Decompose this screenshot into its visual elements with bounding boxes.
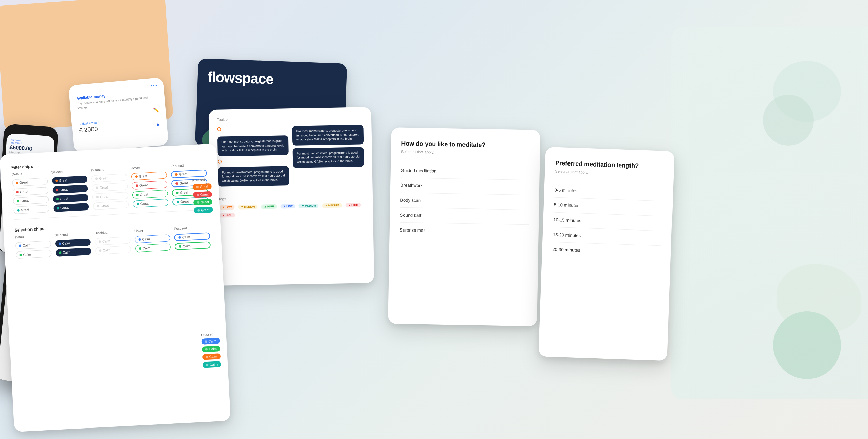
tags-label: Tags <box>218 194 365 201</box>
chip-hover-green[interactable]: Great <box>132 190 168 198</box>
sel-chip-focused[interactable]: Calm <box>174 232 210 241</box>
col-disabled: Disabled <box>91 167 127 172</box>
sel-chip-default-2[interactable]: Calm <box>16 250 52 259</box>
sel-chip-pressed-teal[interactable]: Calm <box>203 361 221 368</box>
sel-chip-disabled-2: Calm <box>95 245 131 254</box>
info-tooltip-card: Tooltip For most menstruators, progester… <box>208 107 374 286</box>
sel-col-pressed: Pressed <box>201 332 220 337</box>
option-label-0-5: 0-5 minutes <box>554 188 577 193</box>
sel-chip-focused-2[interactable]: Calm <box>175 241 211 250</box>
col-pressed: Pressed <box>192 178 211 182</box>
flowspace-title: flowspace <box>197 58 347 90</box>
chip-disabled-orange: Great <box>91 174 128 182</box>
tooltip-box-4: For most menstruators, progesterone is g… <box>293 147 364 168</box>
option-label-15-20: 15-20 minutes <box>553 232 581 238</box>
tag-low: ▼ LOW <box>219 205 234 210</box>
tags-container: ▼ LOW ▼ MEDIUM ▲ HIGH ▼ LOW ▼ MEDIUM ▼ M… <box>218 202 365 219</box>
bg-blob-2 <box>763 95 814 146</box>
chips-design-card: Filter chips Default Selected Disabled H… <box>0 144 231 432</box>
chip-hover-teal[interactable]: Great <box>132 199 169 207</box>
tag-medium-2: ▼ MEDIUM <box>299 203 319 208</box>
tooltip-text-1: For most menstruators, progesterone is g… <box>221 139 284 152</box>
sel-chip-selected[interactable]: Calm <box>55 239 91 247</box>
chip-default-teal[interactable]: Great <box>13 205 49 214</box>
sel-chip-disabled: Calm <box>95 236 131 245</box>
chip-default-red[interactable]: Great <box>12 187 48 196</box>
tooltip-box-3: For most menstruators, progesterone is g… <box>292 125 364 145</box>
option-label-body-scan: Body scan <box>400 198 421 203</box>
sel-col-hover: Hover <box>134 227 170 233</box>
tooltip-section-label: Tooltip <box>217 115 363 122</box>
chip-default-orange[interactable]: Great <box>12 178 48 186</box>
chip-selected-green[interactable]: Great <box>53 194 89 203</box>
tooltip-box-1: For most menstruators, progesterone is g… <box>217 135 289 156</box>
sel-chip-hover[interactable]: Calm <box>135 234 171 243</box>
tooltip-indicator-2 <box>218 159 222 163</box>
money-amount: £ 2000 <box>79 126 98 134</box>
sel-chip-default[interactable]: Calm <box>15 241 51 249</box>
option-label-sound-bath: Sound bath <box>400 213 422 218</box>
sel-col-default: Default <box>15 234 50 239</box>
chip-disabled-red: Great <box>92 183 128 192</box>
green-circle <box>773 311 841 379</box>
meditation-option-guided[interactable]: Guided meditation <box>400 163 530 180</box>
chip-selected-teal[interactable]: Great <box>53 203 89 212</box>
tag-medium-3: ▼ MEDIUM <box>322 203 342 208</box>
chip-focused-orange[interactable]: Great <box>171 169 207 178</box>
money-widget-card: Available money The money you have left … <box>68 77 169 153</box>
tag-high-2: ▲ HIGH <box>345 203 361 207</box>
option-label-guided: Guided meditation <box>401 168 437 174</box>
sel-col-selected: Selected <box>55 232 90 237</box>
sel-chip-pressed-orange[interactable]: Calm <box>202 353 221 360</box>
meditation-card-2: Preferred meditation length? Select all … <box>538 147 674 361</box>
sel-chip-hover-2[interactable]: Calm <box>135 243 171 252</box>
meditation-question-1: How do you like to meditate? <box>401 140 530 150</box>
chip-pressed-green[interactable]: Great <box>193 199 213 206</box>
chip-default-green[interactable]: Great <box>13 196 49 205</box>
tags-section: Tags ▼ LOW ▼ MEDIUM ▲ HIGH ▼ LOW ▼ MEDIU… <box>218 194 365 219</box>
chip-pressed-red[interactable]: Great <box>193 191 212 198</box>
option-label-10-15: 10-15 minutes <box>553 217 581 223</box>
chip-disabled-green: Great <box>92 192 129 201</box>
option-label-surprise: Surprise me! <box>400 227 425 233</box>
sel-col-disabled: Disabled <box>94 229 130 235</box>
meditation-option-breathwork[interactable]: Breathwork <box>400 178 530 195</box>
meditation-subtitle-1: Select all that apply. <box>401 150 530 156</box>
meditation-option-sound-bath[interactable]: Sound bath <box>400 208 529 225</box>
meditation-question-2: Preferred meditation length? <box>555 159 664 171</box>
chip-hover-red[interactable]: Great <box>132 181 168 190</box>
bg-right-card <box>671 27 868 399</box>
col-hover: Hover <box>131 164 167 170</box>
tag-low-2: ▼ LOW <box>280 204 295 208</box>
chip-pressed-teal[interactable]: Great <box>194 207 213 214</box>
col-focused: Focused <box>171 162 207 168</box>
chip-hover-orange[interactable]: Great <box>131 172 167 180</box>
meditation-option-surprise[interactable]: Surprise me! <box>399 223 529 240</box>
sel-chip-pressed-green[interactable]: Calm <box>202 346 220 352</box>
sel-chip-pressed-blue[interactable]: Calm <box>201 338 220 345</box>
tag-medium: ▼ MEDIUM <box>238 204 258 209</box>
chip-pressed-orange[interactable]: Great <box>192 183 212 190</box>
tooltip-text-4: For most menstruators, progesterone is g… <box>297 151 360 163</box>
col-selected: Selected <box>51 169 87 174</box>
phone-notch <box>24 130 38 133</box>
meditation-option-body-scan[interactable]: Body scan <box>400 193 529 210</box>
col-default: Default <box>12 171 47 176</box>
option-label-20-30: 20-30 minutes <box>552 247 580 253</box>
option-label-5-10: 5-10 minutes <box>554 202 580 208</box>
tooltip-text-2: For most menstruators, progesterone is g… <box>222 170 285 182</box>
chip-selected-orange[interactable]: Great <box>51 176 88 184</box>
triangle-icon: ▲ <box>155 121 160 127</box>
tooltip-text-3: For most menstruators, progesterone is g… <box>296 129 359 141</box>
chip-disabled-teal: Great <box>93 201 129 210</box>
sel-chip-selected-2[interactable]: Calm <box>55 248 91 257</box>
tag-high-3: ▲ HIGH <box>220 213 235 217</box>
sel-col-focused: Focused <box>174 225 210 231</box>
option-label-breathwork: Breathwork <box>400 183 423 188</box>
tag-high: ▲ HIGH <box>261 204 277 209</box>
tooltip-indicator-1 <box>217 127 221 131</box>
meditation-card-1: How do you like to meditate? Select all … <box>388 127 540 326</box>
tooltip-box-2: For most menstruators, progesterone is g… <box>218 166 289 186</box>
chip-selected-red[interactable]: Great <box>52 185 88 194</box>
